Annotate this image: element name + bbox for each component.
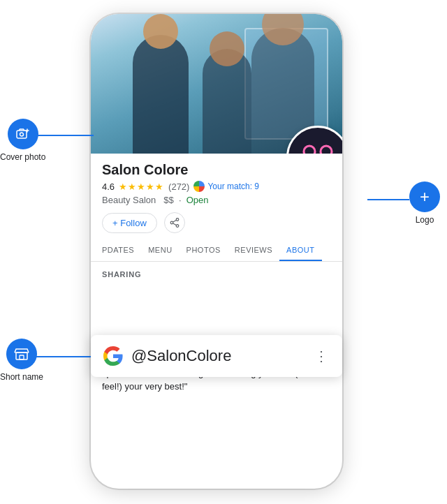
tab-menu[interactable]: MENU — [141, 239, 179, 261]
svg-line-7 — [173, 220, 176, 222]
phone-inner: Salon Colore 4.6 ★★★★★ (272) Your match:… — [91, 14, 342, 489]
business-name: Salon Colore — [102, 162, 331, 178]
short-name-icon — [6, 339, 37, 369]
cover-photo — [91, 14, 342, 154]
figure2 — [203, 49, 251, 154]
svg-rect-9 — [17, 131, 27, 138]
google-circle-icon — [193, 181, 205, 192]
svg-line-8 — [173, 223, 176, 225]
sharing-section: SHARING — [91, 262, 342, 290]
cover-photo-label: Cover photo — [0, 152, 45, 162]
shortname-text: @SalonColore — [131, 347, 305, 365]
more-options-button[interactable]: ⋮ — [312, 348, 331, 364]
cover-annotation-line — [31, 135, 94, 136]
share-icon — [170, 218, 179, 228]
sharing-label: SHARING — [102, 270, 331, 279]
logo-add-button[interactable]: + — [409, 181, 440, 212]
camera-add-icon — [15, 126, 31, 142]
action-row: + Follow — [102, 212, 331, 239]
svg-point-4 — [176, 218, 179, 221]
svg-point-1 — [321, 146, 332, 154]
tab-about[interactable]: ABOUT — [279, 239, 321, 261]
share-button[interactable] — [164, 212, 185, 233]
svg-rect-14 — [20, 355, 24, 360]
price: $$ — [163, 195, 173, 205]
category: Beauty Salon — [102, 195, 156, 205]
svg-point-6 — [176, 225, 179, 228]
match-badge: Your match: 9 — [193, 181, 259, 192]
logo-label: Logo — [416, 215, 434, 225]
tab-updates[interactable]: PDATES — [95, 239, 141, 261]
stars: ★★★★★ — [119, 181, 164, 192]
short-name-label: Short name — [0, 372, 43, 382]
open-status: Open — [186, 195, 209, 205]
svg-point-5 — [170, 221, 173, 224]
figure1 — [133, 35, 189, 154]
scissors-icon — [300, 139, 336, 154]
tab-reviews[interactable]: REVIEWS — [228, 239, 279, 261]
match-text: Your match: 9 — [207, 181, 259, 191]
svg-point-10 — [20, 133, 23, 136]
review-count: (272) — [168, 181, 189, 192]
follow-button[interactable]: + Follow — [102, 213, 157, 233]
cover-photo-annotation: Cover photo — [0, 119, 45, 162]
cover-photo-icon — [8, 119, 38, 149]
short-annotation-line — [31, 356, 94, 357]
category-row: Beauty Salon $$ · Open — [102, 195, 331, 205]
short-name-annotation: Short name — [0, 339, 43, 382]
rating-row: 4.6 ★★★★★ (272) Your match: 9 — [102, 181, 331, 192]
svg-point-0 — [304, 146, 315, 154]
nav-tabs: PDATES MENU PHOTOS REVIEWS ABOUT — [91, 239, 342, 262]
logo-annotation-line — [367, 199, 409, 200]
phone-frame: Salon Colore 4.6 ★★★★★ (272) Your match:… — [91, 14, 342, 489]
logo-annotation: + Logo — [409, 181, 440, 225]
shortname-card: @SalonColore ⋮ — [91, 335, 342, 377]
svg-rect-13 — [16, 353, 27, 360]
tab-photos[interactable]: PHOTOS — [179, 239, 228, 261]
google-logo — [102, 345, 124, 367]
business-info: Salon Colore 4.6 ★★★★★ (272) Your match:… — [91, 154, 342, 239]
rating-number: 4.6 — [102, 181, 115, 192]
storefront-icon — [14, 346, 29, 362]
